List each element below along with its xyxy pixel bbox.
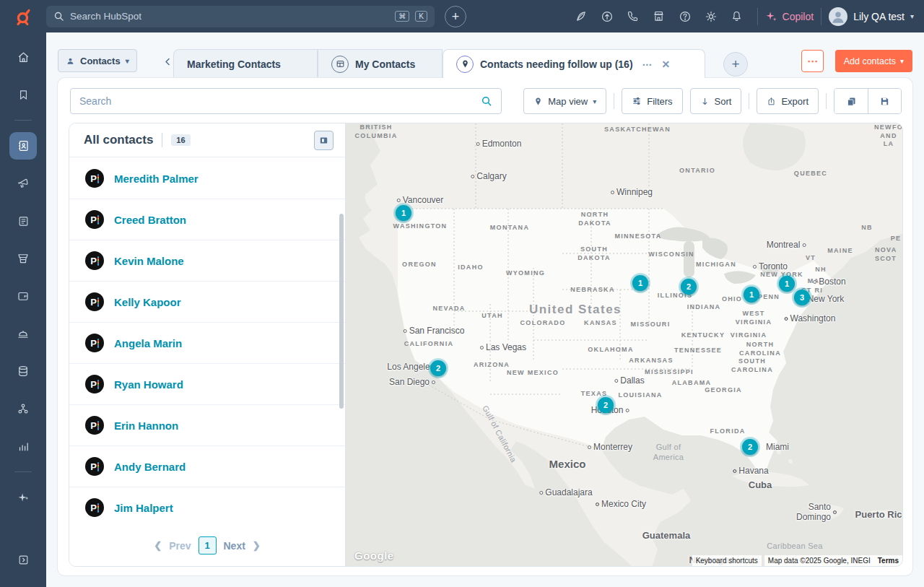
hubspot-logo[interactable] — [0, 7, 46, 26]
map-view-dropdown[interactable]: Map view ▾ — [523, 88, 606, 114]
quill-icon[interactable] — [568, 4, 594, 30]
caret-down-icon: ▾ — [126, 57, 129, 65]
map-cluster-marker[interactable]: 1 — [744, 287, 759, 303]
contact-row[interactable]: PMeredith Palmer — [69, 158, 345, 199]
contact-name-link[interactable]: Angela Marin — [114, 337, 182, 349]
sidebar-data-icon[interactable] — [9, 357, 37, 385]
google-watermark: Google — [354, 549, 394, 562]
keyboard-shortcuts-link[interactable]: Keyboard shortcuts — [692, 555, 762, 566]
sidebar-automation-icon[interactable] — [9, 395, 37, 422]
pagination: ❮ Prev 1 Next ❯ — [69, 536, 345, 555]
contacts-scope-label: Contacts — [80, 56, 121, 66]
sidebar-reporting-icon[interactable] — [9, 432, 37, 460]
add-contacts-button[interactable]: Add contacts ▾ — [835, 50, 912, 72]
prev-page-button[interactable]: Prev — [169, 540, 191, 552]
caret-down-icon: ▾ — [900, 57, 904, 65]
tab-my-contacts[interactable]: My Contacts — [318, 49, 443, 78]
tab-options-icon[interactable]: ⋯ — [642, 58, 653, 70]
sidebar-divider — [14, 120, 32, 121]
contact-row[interactable]: PJim Halpert — [69, 487, 345, 521]
create-button[interactable]: + — [445, 6, 466, 27]
calling-icon[interactable] — [620, 4, 646, 30]
contact-company-avatar: P — [85, 251, 104, 270]
list-header: All contacts 16 — [69, 123, 345, 157]
more-actions-button[interactable]: ⋯ — [801, 50, 824, 72]
contact-row[interactable]: PAndy Bernard — [69, 446, 345, 487]
tab-marketing-contacts[interactable]: Marketing Contacts — [173, 49, 318, 78]
contact-row[interactable]: PKelly Kapoor — [69, 282, 345, 323]
contact-row[interactable]: PKevin Malone — [69, 240, 345, 282]
contact-row[interactable]: PAngela Marin — [69, 323, 345, 364]
tab-label: Contacts needing follow up (16) — [480, 58, 633, 70]
sort-button[interactable]: Sort — [690, 88, 742, 114]
list-search-input[interactable] — [79, 95, 481, 107]
tab-contacts-needing-follow-up[interactable]: Contacts needing follow up (16) ⋯ ✕ — [443, 49, 705, 78]
export-button[interactable]: Export — [757, 88, 819, 114]
contact-list: PMeredith PalmerPCreed BrattonPKevin Mal… — [69, 158, 345, 521]
terms-link[interactable]: Terms — [874, 555, 902, 566]
main-page: Contacts ▾ Marketing Contacts My Contact… — [46, 32, 924, 587]
contact-name-link[interactable]: Kevin Malone — [114, 255, 184, 267]
notifications-bell-icon[interactable] — [724, 4, 750, 30]
contact-name-link[interactable]: Jim Halpert — [114, 502, 173, 514]
next-page-button[interactable]: Next — [224, 540, 245, 552]
map-cluster-marker[interactable]: 2 — [430, 360, 446, 376]
chevron-left-icon[interactable]: ❮ — [154, 540, 162, 551]
map-cluster-marker[interactable]: 2 — [742, 439, 758, 455]
contact-company-avatar: P — [85, 169, 104, 188]
tab-label: Marketing Contacts — [187, 58, 281, 70]
save-view-icon[interactable] — [868, 89, 901, 113]
copilot-button[interactable]: Copilot — [765, 10, 814, 22]
search-icon — [481, 95, 492, 107]
user-menu[interactable]: Lily QA test ▾ — [829, 7, 914, 26]
header-divider — [162, 133, 162, 147]
list-search-box[interactable] — [70, 88, 502, 114]
sidebar-commerce-icon[interactable] — [9, 245, 37, 272]
add-view-button[interactable]: + — [723, 52, 748, 77]
list-scrollbar[interactable] — [339, 214, 344, 409]
contact-row[interactable]: PCreed Bratton — [69, 199, 345, 240]
map-cluster-marker[interactable]: 2 — [681, 279, 697, 295]
sidebar-crm-contacts-icon[interactable] — [9, 132, 37, 160]
filters-button[interactable]: Filters — [622, 88, 682, 114]
settings-icon[interactable] — [698, 4, 724, 30]
sidebar-ai-sparkle-icon[interactable] — [9, 484, 37, 511]
toolbar-divider — [614, 93, 614, 109]
map-pin-icon — [456, 56, 474, 73]
sidebar-home-icon[interactable] — [9, 43, 37, 71]
map-cluster-marker[interactable]: 3 — [794, 290, 810, 305]
sidebar-marketing-icon[interactable] — [9, 170, 37, 197]
contact-name-link[interactable]: Creed Bratton — [114, 214, 186, 226]
global-search-input[interactable]: Search HubSpot ⌘ K — [46, 6, 435, 27]
sidebar-bookmarks-icon[interactable] — [9, 81, 37, 108]
map-cluster-marker[interactable]: 1 — [632, 275, 648, 291]
upload-circle-icon[interactable] — [594, 4, 620, 30]
current-page-button[interactable]: 1 — [199, 536, 217, 555]
contact-name-link[interactable]: Andy Bernard — [114, 461, 186, 473]
view-actions-group — [834, 88, 902, 114]
sidebar-expand-icon[interactable] — [9, 546, 37, 573]
sidebar-content-icon[interactable] — [9, 207, 37, 235]
contact-name-link[interactable]: Meredith Palmer — [114, 173, 199, 185]
scroll-tabs-left-icon[interactable] — [160, 54, 175, 69]
map-cluster-marker[interactable]: 2 — [598, 397, 614, 413]
clone-view-icon[interactable] — [834, 89, 868, 113]
map-cluster-marker[interactable]: 1 — [396, 205, 411, 221]
map-cluster-marker[interactable]: 1 — [779, 276, 795, 292]
contact-name-link[interactable]: Kelly Kapoor — [114, 296, 181, 308]
contact-row[interactable]: PErin Hannon — [69, 405, 345, 446]
help-icon[interactable] — [672, 4, 698, 30]
marketplace-icon[interactable] — [646, 4, 672, 30]
map-canvas[interactable]: BRITISH COLUMBIASASKATCHEWANONTARIOQUEBE… — [346, 123, 902, 566]
collapse-panel-button[interactable] — [314, 131, 334, 150]
tab-close-icon[interactable]: ✕ — [662, 58, 671, 70]
sidebar-service-icon[interactable] — [9, 320, 37, 347]
chevron-right-icon[interactable]: ❯ — [253, 540, 261, 551]
view-tabs: Marketing Contacts My Contacts Contacts … — [173, 49, 705, 78]
contact-name-link[interactable]: Ryan Howard — [114, 378, 183, 391]
contact-name-link[interactable]: Erin Hannon — [114, 419, 178, 432]
contact-row[interactable]: PRyan Howard — [69, 364, 345, 405]
sidebar-payments-icon[interactable] — [9, 282, 37, 310]
user-avatar — [829, 7, 847, 26]
contacts-scope-button[interactable]: Contacts ▾ — [58, 49, 137, 72]
